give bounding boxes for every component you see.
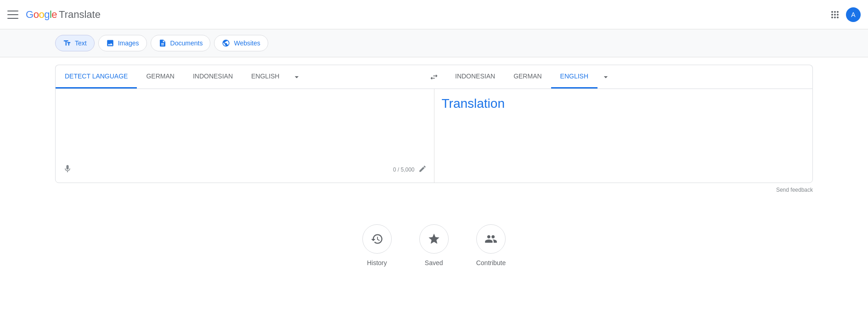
- contribute-label: Contribute: [476, 259, 506, 266]
- source-panel: 0 / 5,000: [56, 89, 434, 183]
- source-lang-side: DETECT LANGUAGE GERMAN INDONESIAN ENGLIS…: [56, 65, 422, 89]
- header-left: Google Translate: [7, 9, 101, 21]
- source-lang-english[interactable]: ENGLISH: [242, 65, 288, 89]
- target-lang-german[interactable]: GERMAN: [504, 65, 551, 89]
- source-lang-indonesian[interactable]: INDONESIAN: [184, 65, 242, 89]
- tab-documents-label: Documents: [170, 39, 203, 47]
- target-lang-side: INDONESIAN GERMAN ENGLISH: [446, 65, 812, 89]
- source-lang-detect[interactable]: DETECT LANGUAGE: [56, 65, 137, 89]
- tab-images-label: Images: [118, 39, 139, 47]
- tab-websites[interactable]: Websites: [214, 35, 268, 51]
- tab-documents[interactable]: Documents: [151, 35, 211, 51]
- history-label: History: [367, 259, 387, 266]
- main: DETECT LANGUAGE GERMAN INDONESIAN ENGLIS…: [0, 65, 868, 197]
- history-action[interactable]: History: [362, 224, 392, 266]
- history-icon-circle: [362, 224, 392, 254]
- bottom-actions: History Saved Contribute: [0, 224, 868, 285]
- source-input[interactable]: [63, 96, 427, 161]
- language-bar: DETECT LANGUAGE GERMAN INDONESIAN ENGLIS…: [55, 65, 813, 89]
- target-lang-more[interactable]: [597, 67, 614, 87]
- translation-output: Translation: [442, 96, 806, 111]
- contribute-icon-circle: [476, 224, 506, 254]
- logo[interactable]: Google Translate: [26, 9, 101, 21]
- target-panel: Translation: [434, 89, 813, 183]
- feedback-section: Send feedback: [55, 183, 813, 197]
- saved-label: Saved: [425, 259, 443, 266]
- tab-websites-label: Websites: [234, 39, 260, 47]
- send-feedback-link[interactable]: Send feedback: [776, 187, 813, 193]
- menu-button[interactable]: [7, 9, 18, 20]
- tab-images[interactable]: Images: [98, 35, 147, 51]
- char-count: 0 / 5,000: [393, 166, 415, 173]
- header-right: A: [829, 7, 861, 22]
- saved-action[interactable]: Saved: [419, 224, 449, 266]
- tab-text[interactable]: Text: [55, 35, 95, 51]
- mic-button[interactable]: [63, 164, 72, 175]
- target-lang-english[interactable]: ENGLISH: [551, 65, 597, 89]
- toolbar: Text Images Documents Websites: [0, 29, 868, 57]
- avatar[interactable]: A: [846, 7, 861, 22]
- saved-icon-circle: [419, 224, 449, 254]
- logo-google-text: Google: [26, 9, 57, 21]
- logo-translate-text: Translate: [59, 9, 101, 21]
- contribute-action[interactable]: Contribute: [476, 224, 506, 266]
- swap-languages-button[interactable]: [422, 72, 446, 82]
- edit-button[interactable]: [418, 165, 427, 175]
- source-lang-german[interactable]: GERMAN: [137, 65, 183, 89]
- header: Google Translate A: [0, 0, 868, 29]
- source-footer: 0 / 5,000: [63, 164, 427, 175]
- target-lang-indonesian[interactable]: INDONESIAN: [446, 65, 504, 89]
- tab-text-label: Text: [75, 39, 87, 47]
- source-lang-more[interactable]: [288, 67, 305, 87]
- apps-icon[interactable]: [829, 9, 840, 20]
- translation-panels: 0 / 5,000 Translation: [55, 89, 813, 183]
